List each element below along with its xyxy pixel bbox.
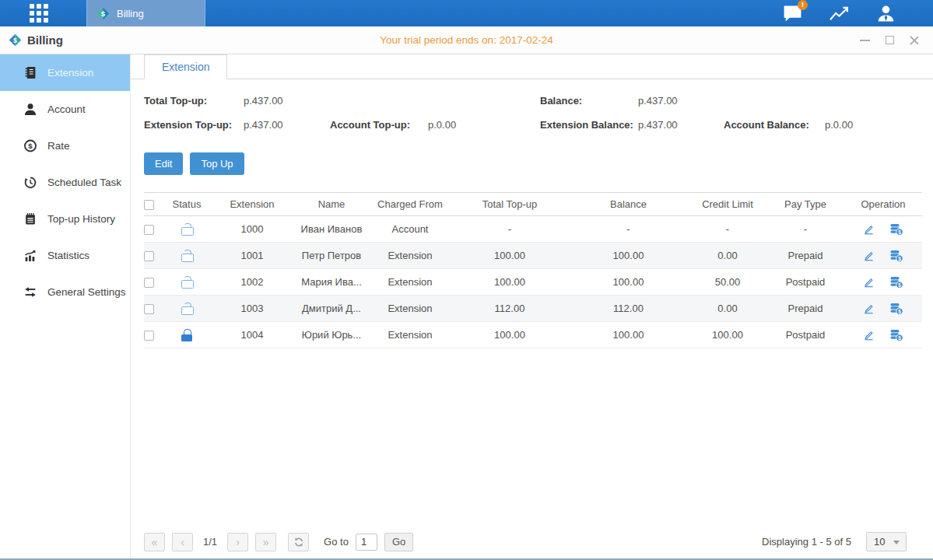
extension-balance-label: Extension Balance: — [540, 119, 633, 131]
refresh-button[interactable] — [288, 533, 309, 551]
sidebar-item-label: General Settings — [47, 286, 126, 298]
navbar-tab-label: Billing — [117, 8, 144, 19]
col-header-extension: Extension — [210, 193, 294, 216]
table-row: 1002 Мария Ива... Extension 100.00 100.0… — [144, 269, 922, 296]
notifications-button[interactable]: ! — [782, 3, 803, 24]
cell-balance: 112.00 — [568, 296, 689, 322]
window-title-group: $ Billing — [0, 33, 63, 47]
edit-row-icon[interactable] — [863, 276, 875, 288]
user-icon — [876, 4, 896, 23]
user-account-button[interactable] — [875, 3, 896, 24]
svg-text:$: $ — [13, 37, 17, 44]
edit-row-icon[interactable] — [863, 329, 875, 341]
sidebar-item-label: Scheduled Task — [47, 177, 121, 188]
app-launcher-button[interactable] — [24, 0, 54, 26]
topup-row-icon[interactable]: $ — [889, 329, 903, 341]
topup-row-icon[interactable]: $ — [889, 223, 903, 236]
billing-diamond-icon: $ — [96, 7, 110, 20]
apps-grid-icon — [30, 4, 48, 23]
prev-page-button[interactable]: ‹ — [172, 533, 193, 551]
sidebar-item-rate[interactable]: $ Rate — [0, 128, 130, 164]
topup-row-icon[interactable]: $ — [889, 250, 903, 262]
total-topup-value: p.437.00 — [244, 95, 283, 107]
sidebar-item-topup-history[interactable]: Top-up History — [0, 201, 130, 237]
lock-status-icon[interactable] — [181, 329, 193, 341]
account-balance-value: p.0.00 — [825, 119, 853, 131]
cell-charged-from: Extension — [369, 269, 451, 296]
sidebar-item-label: Account — [47, 103, 86, 115]
account-topup-label: Account Top-up: — [330, 119, 410, 131]
lock-status-icon[interactable] — [181, 223, 193, 236]
row-checkbox[interactable] — [144, 278, 154, 288]
sidebar-item-extension[interactable]: Extension — [0, 54, 130, 91]
table-row: 1004 Юрий Юрь... Extension 100.00 100.00… — [144, 322, 922, 348]
sidebar-item-account[interactable]: Account — [0, 91, 130, 128]
account-topup-value: p.0.00 — [428, 119, 456, 131]
edit-row-icon[interactable] — [863, 303, 875, 314]
col-header-credit-limit: Credit Limit — [689, 193, 766, 216]
col-header-balance: Balance — [568, 193, 689, 216]
page-indicator: 1/1 — [203, 536, 217, 548]
top-up-button[interactable]: Top Up — [190, 152, 244, 175]
cell-pay-type: - — [766, 216, 844, 243]
content-tabstrip: Extension — [131, 54, 933, 79]
first-page-button[interactable]: « — [144, 533, 165, 551]
cell-charged-from: Account — [369, 216, 451, 243]
cell-total-topup: 100.00 — [451, 322, 568, 348]
tab-extension[interactable]: Extension — [144, 54, 227, 79]
cell-credit-limit: 0.00 — [689, 243, 766, 269]
cell-credit-limit: 100.00 — [689, 322, 766, 348]
cell-extension: 1001 — [210, 243, 294, 269]
sidebar-item-general-settings[interactable]: General Settings — [0, 274, 130, 310]
row-checkbox[interactable] — [144, 251, 154, 261]
cell-total-topup: 100.00 — [451, 243, 568, 269]
lock-status-icon[interactable] — [181, 276, 193, 289]
cell-name: Петр Петров — [294, 243, 369, 269]
cell-total-topup: 100.00 — [451, 269, 568, 296]
minimize-button[interactable] — [859, 35, 870, 46]
cell-extension: 1000 — [210, 216, 294, 243]
window-title: Billing — [27, 33, 63, 47]
sidebar-item-label: Rate — [47, 140, 70, 152]
page-size-value: 10 — [874, 536, 885, 548]
row-checkbox[interactable] — [144, 331, 154, 341]
row-checkbox[interactable] — [144, 304, 154, 314]
cell-name: Юрий Юрь... — [294, 322, 369, 348]
billing-app-window: $ Billing ! $ Billing Your trial period … — [0, 0, 933, 560]
svg-text:$: $ — [898, 308, 901, 314]
next-page-button[interactable]: › — [227, 533, 248, 551]
last-page-button[interactable]: » — [255, 533, 276, 551]
maximize-button[interactable] — [884, 35, 895, 46]
lock-status-icon[interactable] — [181, 303, 193, 315]
cell-charged-from: Extension — [369, 296, 451, 322]
page-size-select[interactable]: 10 — [866, 532, 907, 551]
account-balance-label: Account Balance: — [724, 119, 809, 131]
cell-total-topup: 112.00 — [451, 296, 568, 322]
extension-ledger-icon — [23, 66, 37, 79]
table-row: 1001 Петр Петров Extension 100.00 100.00… — [144, 243, 922, 269]
goto-page-input[interactable] — [356, 534, 377, 551]
topup-history-notepad-icon — [23, 212, 37, 226]
cell-credit-limit: - — [689, 216, 766, 243]
summary-panel: Total Top-up:p.437.00 Balance:p.437.00 E… — [131, 79, 933, 152]
cell-name: Дмитрий Д... — [294, 296, 369, 322]
edit-row-icon[interactable] — [863, 250, 875, 261]
navbar-tab-billing[interactable]: $ Billing — [86, 0, 205, 26]
topup-row-icon[interactable]: $ — [889, 276, 903, 289]
sidebar-item-scheduled-task[interactable]: Scheduled Task — [0, 164, 130, 201]
cell-balance: 100.00 — [568, 269, 689, 296]
lock-status-icon[interactable] — [181, 250, 193, 262]
resource-monitor-button[interactable] — [829, 3, 850, 24]
go-button[interactable]: Go — [384, 533, 413, 551]
sidebar-item-statistics[interactable]: Statistics — [0, 237, 130, 274]
extension-topup-label: Extension Top-up: — [144, 119, 232, 131]
select-all-checkbox[interactable] — [144, 200, 154, 210]
edit-row-icon[interactable] — [863, 223, 875, 235]
topup-row-icon[interactable]: $ — [889, 303, 903, 315]
svg-text:$: $ — [28, 142, 33, 150]
edit-button[interactable]: Edit — [144, 152, 183, 175]
col-header-status: Status — [163, 193, 210, 216]
action-buttons: Edit Top Up — [131, 152, 933, 175]
close-button[interactable] — [909, 35, 920, 46]
row-checkbox[interactable] — [144, 225, 154, 235]
